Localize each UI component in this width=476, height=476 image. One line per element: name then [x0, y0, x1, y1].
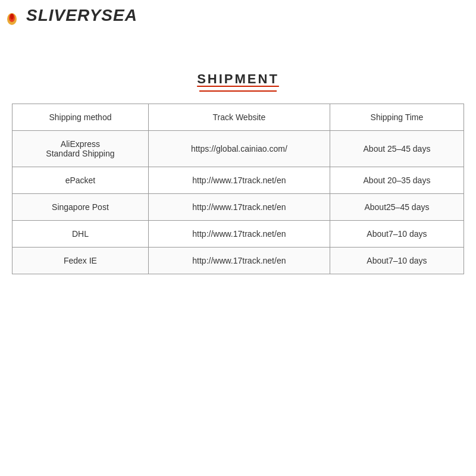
cell-website: http://www.17track.net/en: [148, 167, 330, 194]
cell-method: AliExpress Standard Shipping: [12, 131, 149, 167]
cell-time: About25–45 days: [330, 194, 464, 221]
page-wrapper: SLIVERYSEA SHIPMENT Shipping method Trac…: [0, 0, 476, 476]
cell-method: Singapore Post: [12, 194, 149, 221]
cell-website: http://www.17track.net/en: [148, 248, 330, 274]
table-row: Fedex IEhttp://www.17track.net/enAbout7–…: [12, 248, 464, 274]
shipment-table: Shipping method Track Website Shipping T…: [12, 104, 464, 274]
col-header-website: Track Website: [148, 104, 330, 131]
logo-text: SLIVERYSEA: [6, 6, 137, 24]
cell-website: https://global.cainiao.com/: [148, 131, 330, 167]
table-row: AliExpress Standard Shippinghttps://glob…: [12, 131, 464, 167]
cell-time: About7–10 days: [330, 221, 464, 248]
title-underline: [199, 90, 277, 92]
logo-area: SLIVERYSEA: [6, 6, 137, 26]
cell-time: About 25–45 days: [330, 131, 464, 167]
logo-icon: [6, 7, 25, 26]
cell-time: About7–10 days: [330, 248, 464, 274]
section-title: SHIPMENT: [12, 71, 464, 87]
cell-method: DHL: [12, 221, 149, 248]
cell-website: http://www.17track.net/en: [148, 221, 330, 248]
table-header-row: Shipping method Track Website Shipping T…: [12, 104, 464, 131]
logo-brand-text: SLIVERYSEA: [26, 6, 137, 24]
table-row: Singapore Posthttp://www.17track.net/enA…: [12, 194, 464, 221]
col-header-time: Shipping Time: [330, 104, 464, 131]
col-header-method: Shipping method: [12, 104, 149, 131]
table-row: ePackethttp://www.17track.net/enAbout 20…: [12, 167, 464, 194]
cell-method: Fedex IE: [12, 248, 149, 274]
cell-website: http://www.17track.net/en: [148, 194, 330, 221]
main-content: SHIPMENT Shipping method Track Website S…: [12, 71, 464, 274]
cell-method: ePacket: [12, 167, 149, 194]
svg-point-2: [10, 14, 14, 20]
table-row: DHLhttp://www.17track.net/enAbout7–10 da…: [12, 221, 464, 248]
cell-time: About 20–35 days: [330, 167, 464, 194]
